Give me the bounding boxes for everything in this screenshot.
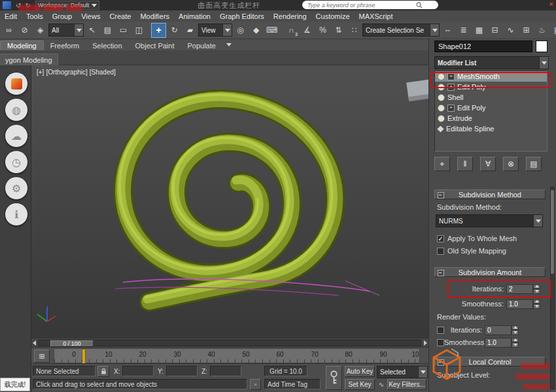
- viewport-menu-pov[interactable]: [Orthographic]: [46, 69, 87, 76]
- select-and-rotate-icon[interactable]: ↻: [167, 23, 182, 38]
- spin-down-icon[interactable]: [533, 304, 540, 309]
- iterations-value[interactable]: 2: [506, 284, 533, 294]
- named-selection-sets-dropdown[interactable]: Create Selection Se: [362, 24, 440, 37]
- previous-frame-icon[interactable]: [33, 340, 36, 346]
- add-time-tag-field[interactable]: Add Time Tag: [264, 379, 321, 389]
- modifier-onoff-bulb-icon[interactable]: [438, 105, 445, 112]
- scrollbar-thumb[interactable]: [551, 190, 554, 274]
- modifier-onoff-bulb-icon[interactable]: [438, 73, 445, 80]
- menu-tools[interactable]: Tools: [22, 12, 48, 20]
- render-smoothness-spinner[interactable]: 1.0: [485, 338, 519, 348]
- spin-up-icon[interactable]: [512, 325, 519, 331]
- menu-group[interactable]: Group: [48, 12, 77, 20]
- layer-manager-icon[interactable]: ▦: [472, 23, 487, 38]
- stack-item-shell[interactable]: Shell: [435, 92, 547, 103]
- old-style-mapping-checkbox[interactable]: [437, 248, 444, 255]
- viewport-menu-general[interactable]: [+]: [37, 69, 44, 76]
- spinner-snap-icon[interactable]: ⇅: [331, 23, 346, 38]
- menu-graph-editors[interactable]: Graph Editors: [215, 12, 269, 20]
- track-bar-ruler[interactable]: 0 10 20 30 40 50 60 70 80 90 10: [54, 348, 420, 363]
- transform-typein-toggle-icon[interactable]: ▫: [250, 379, 261, 390]
- selection-region-icon[interactable]: ▭: [116, 23, 131, 38]
- smoothness-value[interactable]: 1.0: [506, 299, 533, 309]
- viewport-menu-shading[interactable]: [Shaded]: [90, 69, 116, 76]
- stack-item-edit-poly[interactable]: + Edit Poly: [435, 82, 547, 92]
- cube-tool-icon[interactable]: [5, 72, 28, 95]
- select-by-name-icon[interactable]: ▤: [100, 23, 115, 38]
- viewport[interactable]: [+] [Orthographic] [Shaded]: [31, 65, 428, 338]
- select-and-manipulate-icon[interactable]: ◆: [249, 23, 264, 38]
- render-iterations-checkbox[interactable]: [437, 327, 444, 334]
- cloud-tool-icon[interactable]: ☁: [5, 124, 28, 148]
- rendered-frame-icon[interactable]: ▣: [550, 23, 556, 38]
- z-coordinate-field[interactable]: [210, 366, 241, 376]
- object-name-field[interactable]: Shape012: [434, 41, 532, 52]
- info-tool-icon[interactable]: ℹ: [5, 203, 28, 226]
- select-and-scale-icon[interactable]: ▰: [182, 23, 198, 38]
- time-slider-track[interactable]: 0 / 100: [38, 340, 421, 346]
- apply-to-whole-mesh-checkbox[interactable]: [437, 235, 444, 242]
- selection-info-field[interactable]: None Selected: [33, 366, 96, 376]
- panel-scrollbar[interactable]: [550, 187, 555, 389]
- select-and-move-icon[interactable]: +: [151, 23, 166, 38]
- time-slider-handle[interactable]: 0 / 100: [50, 340, 94, 347]
- menu-edit[interactable]: Edit: [0, 12, 22, 20]
- keyboard-shortcut-override-icon[interactable]: ⌨: [264, 23, 279, 38]
- object-color-swatch[interactable]: [536, 41, 547, 52]
- expand-icon[interactable]: +: [447, 73, 455, 80]
- spin-up-icon[interactable]: [533, 299, 540, 304]
- align-icon[interactable]: ≣: [456, 23, 471, 38]
- render-smoothness-checkbox[interactable]: [437, 339, 444, 346]
- stack-item-extrude[interactable]: Extrude: [435, 113, 547, 123]
- expand-icon[interactable]: +: [447, 84, 455, 91]
- x-coordinate-field[interactable]: [122, 366, 154, 376]
- modifier-onoff-bulb-icon[interactable]: [438, 115, 445, 122]
- window-crossing-icon[interactable]: ◫: [131, 23, 147, 38]
- tab-selection[interactable]: Selection: [86, 41, 128, 50]
- spin-down-icon[interactable]: [512, 330, 519, 335]
- open-mini-curve-editor-icon[interactable]: ⊞: [34, 350, 50, 363]
- key-filters-button[interactable]: Key Filters...: [387, 379, 426, 390]
- next-frame-icon[interactable]: [424, 340, 427, 346]
- unlink-selection-icon[interactable]: ⊘: [17, 23, 32, 38]
- y-coordinate-field[interactable]: [166, 366, 198, 376]
- select-and-link-icon[interactable]: ∞: [1, 23, 16, 38]
- ribbon-toggle-icon[interactable]: ⊟: [487, 23, 502, 38]
- modifier-onoff-bulb-icon[interactable]: [438, 84, 445, 91]
- auto-key-button[interactable]: Auto Key: [345, 366, 375, 377]
- reference-coordinate-dropdown[interactable]: View: [198, 24, 232, 37]
- close-icon[interactable]: ×: [549, 0, 553, 8]
- expand-icon[interactable]: +: [447, 105, 455, 112]
- snap-toggle-icon[interactable]: ∩ 3: [284, 23, 299, 38]
- selection-lock-icon[interactable]: [97, 366, 109, 377]
- search-input[interactable]: [306, 1, 413, 9]
- polygon-modeling-panel-tab[interactable]: ygon Modeling: [0, 54, 58, 67]
- ribbon-collapse-icon[interactable]: [222, 39, 235, 50]
- tab-freeform[interactable]: Freeform: [44, 41, 86, 50]
- menu-maxscript[interactable]: MAXScript: [355, 12, 398, 20]
- render-setup-icon[interactable]: ♨: [534, 23, 549, 38]
- curve-editor-icon[interactable]: ∿: [503, 23, 518, 38]
- history-tool-icon[interactable]: ◷: [5, 150, 28, 174]
- schematic-view-icon[interactable]: ⊞: [519, 23, 534, 38]
- smoothness-spinner[interactable]: 1.0: [506, 299, 540, 309]
- app-menu-icon[interactable]: [2, 1, 12, 10]
- stack-item-meshsmooth[interactable]: + MeshSmooth: [435, 71, 547, 82]
- set-keys-icon[interactable]: [326, 366, 342, 390]
- set-key-button[interactable]: Set Key: [345, 379, 375, 390]
- tab-populate[interactable]: Populate: [181, 41, 222, 50]
- key-mode-dropdown[interactable]: Selected: [377, 366, 428, 378]
- stack-item-editable-spline[interactable]: Editable Spline: [435, 123, 547, 134]
- tab-modeling[interactable]: Modeling: [0, 41, 44, 50]
- angle-snap-icon[interactable]: ∡: [300, 23, 315, 38]
- rollout-subdivision-method[interactable]: Subdivision Method: [434, 189, 546, 199]
- select-object-icon[interactable]: ↖: [84, 23, 99, 38]
- mirror-icon[interactable]: ⇔: [440, 23, 455, 38]
- edit-named-sets-icon[interactable]: ∷: [347, 23, 362, 38]
- render-iterations-spinner[interactable]: 0: [485, 325, 519, 335]
- iterations-spinner[interactable]: 2: [506, 284, 540, 294]
- render-iterations-value[interactable]: 0: [485, 325, 512, 335]
- stack-item-edit-poly-2[interactable]: + Edit Poly: [435, 103, 547, 113]
- menu-customize[interactable]: Customize: [311, 12, 355, 20]
- render-smoothness-value[interactable]: 1.0: [485, 338, 512, 348]
